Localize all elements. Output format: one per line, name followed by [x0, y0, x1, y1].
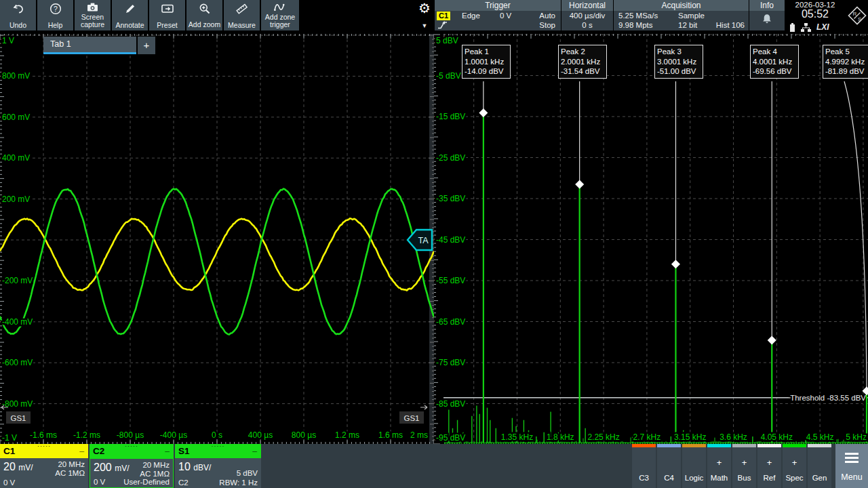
- measure-label: Measure: [228, 16, 256, 30]
- chevron-down-icon[interactable]: ▼: [422, 22, 428, 29]
- svg-text:-65 dBV: -65 dBV: [436, 317, 465, 327]
- trigger-mode: Auto: [539, 12, 555, 20]
- svg-text:-45 dBV: -45 dBV: [436, 235, 465, 245]
- svg-text:0 s: 0 s: [212, 430, 222, 440]
- svg-text:2 ms: 2 ms: [410, 430, 428, 440]
- waveform-axis-labels: 1 V800 mV600 mV400 mV200 mV-200 mV-400 m…: [2, 36, 428, 443]
- spectrum-grid: [443, 34, 868, 444]
- add-spec-button[interactable]: + Spec: [783, 444, 806, 488]
- trigger-level: 0 V: [500, 12, 511, 20]
- channel-button-c4[interactable]: C4: [657, 444, 681, 488]
- annotate-label: Annotate: [115, 16, 144, 30]
- threshold-line[interactable]: Threshold -83.55 dBV: [443, 394, 868, 402]
- channel-chip-c1[interactable]: C1 ····· _ 20 mV/ 20 MHz AC 1MΩ 0 V: [0, 444, 88, 488]
- add-ref-button[interactable]: + Ref: [757, 444, 781, 488]
- c1-drag-handle[interactable]: ·····: [37, 443, 51, 449]
- peak2-marker-diamond[interactable]: [575, 180, 584, 189]
- svg-text:-1 V: -1 V: [2, 433, 17, 443]
- measure-button[interactable]: Measure: [224, 0, 260, 30]
- info-panel[interactable]: Info: [749, 0, 785, 30]
- acquisition-panel[interactable]: Acquisition 5.25 MSa/s Sample 9.98 Mpts …: [614, 0, 749, 30]
- channel-chip-s1[interactable]: S1 ····· _ 10 dBV/ 5 dBV C2 RBW: 1 Hz: [175, 444, 261, 488]
- add-bus-button[interactable]: + Bus: [732, 444, 756, 488]
- svg-text:-55 dBV: -55 dBV: [436, 276, 465, 285]
- channel-button-c3[interactable]: C3: [632, 444, 656, 488]
- c4-color-strip: [657, 444, 681, 447]
- help-icon: ?: [50, 1, 62, 16]
- network-icon: [800, 23, 812, 32]
- svg-text:-600 mV: -600 mV: [2, 358, 33, 367]
- trigger-panel[interactable]: Trigger C1 Edge 0 V Auto Stop: [435, 0, 561, 30]
- svg-text:-95 dBV: -95 dBV: [436, 433, 465, 443]
- resolution: 12 bit: [678, 21, 697, 29]
- waveform-canvas[interactable]: 1 V800 mV600 mV400 mV200 mV-200 mV-400 m…: [0, 34, 434, 444]
- c2-minimize-button[interactable]: _: [165, 443, 170, 453]
- svg-text:-25 dBV: -25 dBV: [436, 153, 465, 163]
- gen-color-strip: [808, 444, 831, 447]
- peak-result-box-1: Peak 1 1.0001 kHz -14.09 dBV: [462, 45, 511, 79]
- s1-minimize-button[interactable]: _: [252, 443, 257, 453]
- peak1-freq: 1.0001 kHz: [465, 57, 508, 67]
- add-math-button[interactable]: + Math: [707, 444, 731, 488]
- peak3-marker-diamond[interactable]: [671, 260, 680, 268]
- sample-rate: 5.25 MSa/s: [618, 12, 658, 20]
- spec-color-strip: [783, 444, 806, 447]
- gs1-label-left[interactable]: GS1: [6, 411, 31, 424]
- svg-text:-800 µs: -800 µs: [117, 430, 144, 440]
- svg-text:3.15 kHz: 3.15 kHz: [674, 432, 706, 442]
- c2-drag-handle[interactable]: ·····: [125, 443, 138, 449]
- channel-chip-c2[interactable]: C2 ····· _ 200 mV/ 20 MHz AC 1MΩ 0 V Use…: [90, 444, 174, 488]
- spectrum-rulers[interactable]: [434, 34, 865, 444]
- peak2-level: -31.54 dBV: [561, 66, 604, 77]
- svg-text:-400 mV: -400 mV: [2, 317, 33, 327]
- svg-text:?: ?: [54, 5, 58, 13]
- c2-scale: 200 mV/: [94, 462, 130, 474]
- horizontal-scale: 400 µs/div: [561, 12, 613, 20]
- rising-edge-icon: [437, 20, 448, 30]
- annotate-button[interactable]: Annotate: [112, 0, 148, 30]
- s1-rbw: RBW: 1 Hz: [219, 479, 258, 487]
- trigger-panel-title: Trigger: [435, 0, 561, 11]
- gear-icon[interactable]: ⚙: [418, 1, 431, 15]
- add-tab-button[interactable]: +: [138, 37, 155, 54]
- svg-text:1.6 ms: 1.6 ms: [378, 430, 403, 440]
- gen-button[interactable]: Gen: [808, 444, 831, 488]
- preset-button[interactable]: Preset: [149, 0, 185, 30]
- spectrum-view: Threshold -83.55 dBV5 dBV-5 dBV-15 dBV-2…: [434, 34, 868, 444]
- svg-text:1.2 ms: 1.2 ms: [335, 430, 359, 440]
- gs1-label-right[interactable]: GS1: [399, 411, 424, 424]
- tab-bar: Tab 1 +: [43, 37, 155, 54]
- tab-tab1[interactable]: Tab 1: [43, 37, 136, 54]
- oscilloscope-screen: Undo ? Help Screen capture Annotate Pres…: [0, 0, 868, 488]
- c2-coupling: AC 1MΩ: [140, 470, 170, 478]
- horizontal-panel[interactable]: Horizontal 400 µs/div 0 s: [561, 0, 613, 30]
- peak-result-box-3: Peak 3 3.0001 kHz -51.00 dBV: [654, 45, 703, 79]
- peak1-marker-diamond[interactable]: [479, 108, 488, 117]
- hamburger-icon: [845, 453, 859, 465]
- screen-capture-button[interactable]: Screen capture: [75, 0, 111, 30]
- s1-drag-handle[interactable]: ·····: [212, 443, 225, 449]
- s1-source: C2: [178, 479, 189, 487]
- camera-icon: [86, 1, 99, 14]
- svg-text:S: S: [858, 16, 861, 22]
- c3-color-strip: [632, 444, 656, 447]
- spectrum-canvas[interactable]: Threshold -83.55 dBV5 dBV-5 dBV-15 dBV-2…: [434, 34, 868, 444]
- logic-button[interactable]: Logic: [682, 444, 706, 488]
- peak-result-box-2: Peak 2 2.0001 kHz -31.54 dBV: [558, 45, 607, 79]
- peak5-freq: 4.9992 kHz: [825, 57, 868, 67]
- peak4-name: Peak 4: [753, 47, 796, 57]
- help-button[interactable]: ? Help: [37, 0, 73, 30]
- add-zoom-button[interactable]: Add zoom: [186, 0, 222, 30]
- add-zone-trigger-label: Add zone trigger: [261, 14, 299, 30]
- s1-scale: 10 dBV/: [178, 461, 211, 473]
- svg-text:600 mV: 600 mV: [2, 113, 30, 122]
- undo-button[interactable]: Undo: [0, 0, 36, 30]
- peak4-freq: 4.0001 kHz: [753, 57, 796, 67]
- menu-button[interactable]: Menu: [835, 444, 868, 488]
- svg-text:4.05 kHz: 4.05 kHz: [761, 432, 793, 442]
- bus-plus-icon: +: [732, 458, 756, 468]
- peak4-marker-diamond[interactable]: [768, 336, 776, 345]
- add-zone-trigger-button[interactable]: Add zone trigger: [261, 0, 299, 30]
- pan-right-arrow-icon[interactable]: [420, 405, 427, 409]
- c1-minimize-button[interactable]: _: [79, 443, 84, 453]
